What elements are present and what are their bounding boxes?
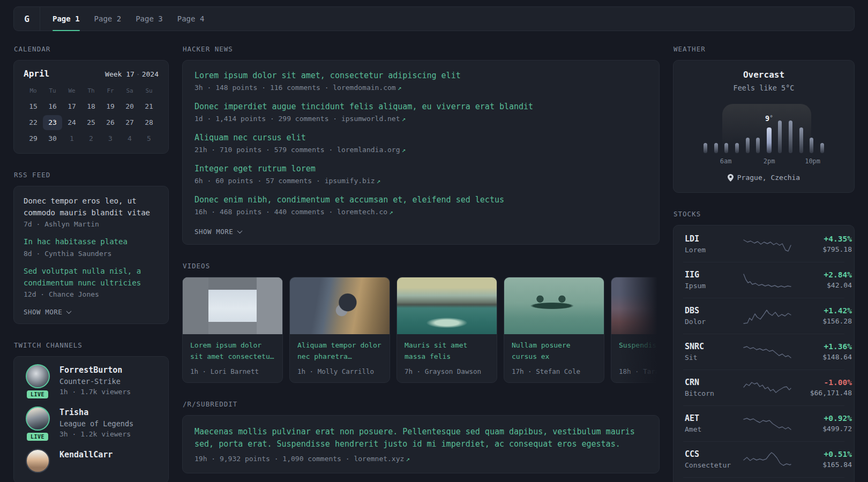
video-title-link[interactable]: Lorem ipsum dolor sit amet consectetu…	[190, 340, 275, 363]
rss-item: Donec tempor eros leo, ut commodo mauris…	[24, 195, 159, 228]
news-item-meta: 1d · 1,414 points · 299 comments · ipsum…	[194, 115, 647, 123]
news-item-domain-link[interactable]: loremdomain.com	[333, 84, 395, 92]
page-tabs: Page 1 Page 2 Page 3 Page 4	[40, 7, 204, 31]
channel-name[interactable]: ForrestBurton	[59, 364, 131, 375]
news-item-domain-link[interactable]: loremtech.co	[337, 208, 387, 216]
video-card[interactable]: Aliquam tempor dolor nec pharetra… 1h · …	[289, 277, 390, 383]
rss-show-more-button[interactable]: SHOW MORE	[24, 306, 159, 317]
news-item-link[interactable]: Donec imperdiet augue tincidunt felis al…	[194, 102, 647, 111]
twitch-avatar-wrap: LIVE	[24, 406, 51, 442]
weather-bar	[789, 120, 792, 153]
stock-row[interactable]: AET Amet +0.92% $499.72	[683, 405, 844, 441]
hacker-news-widget: HACKER NEWS Lorem ipsum dolor sit amet, …	[182, 45, 660, 245]
twitch-channel[interactable]: KendallCarr	[24, 449, 159, 473]
calendar-day: 28	[139, 115, 159, 130]
stock-price: $499.72	[792, 425, 852, 433]
rss-item-meta: 7d · Ashlyn Martin	[24, 220, 159, 228]
video-title-link[interactable]: Suspendisse diam	[619, 340, 660, 363]
news-item-link[interactable]: Donec enim nibh, condimentum et accumsan…	[194, 195, 647, 205]
stock-row[interactable]: CRN Bitcorn -1.00% $66,171.48	[683, 370, 844, 405]
rss-item-link[interactable]: Donec tempor eros leo, ut commodo mauris…	[24, 195, 159, 219]
tab-page-2[interactable]: Page 2	[94, 7, 122, 31]
news-item-domain-link[interactable]: loremlandia.org	[337, 146, 400, 154]
weather-bar	[756, 138, 760, 153]
calendar-day: 20	[120, 99, 139, 114]
rss-item-link[interactable]: Sed volutpat nulla nisl, a condimentum n…	[24, 266, 159, 289]
video-card[interactable]: Suspendisse diam 18h · Tara	[611, 277, 660, 383]
location-name: Prague, Czechia	[737, 174, 800, 182]
video-thumbnail	[397, 277, 497, 334]
calendar-day: 29	[24, 131, 43, 146]
hacker-news-card: Lorem ipsum dolor sit amet, consectetur …	[182, 60, 660, 245]
weather-section-title: WEATHER	[674, 45, 855, 53]
channel-avatar	[26, 406, 50, 431]
hacker-news-show-more-button[interactable]: SHOW MORE	[194, 226, 647, 237]
news-item-domain-link[interactable]: ipsumify.biz	[325, 177, 375, 185]
stocks-widget: STOCKS LDI Lorem +4.35% $795.18	[673, 210, 855, 482]
post-stats: 19h · 9,932 points · 1,090 comments ·	[194, 455, 354, 463]
stocks-section-title: STOCKS	[674, 210, 855, 218]
twitch-channel[interactable]: LIVE ForrestBurton Counter-Strike 1h · 1…	[24, 364, 159, 400]
video-title-link[interactable]: Mauris sit amet massa felis	[405, 340, 489, 363]
post-domain-link[interactable]: loremnet.xyz	[354, 455, 404, 463]
post-title-link[interactable]: Maecenas mollis pulvinar erat non posuer…	[194, 426, 647, 451]
stock-sparkline	[743, 415, 792, 433]
video-card[interactable]: Nullam posuere cursus ex 17h · Stefan Co…	[504, 277, 604, 383]
video-thumbnail	[183, 277, 282, 334]
tab-page-3[interactable]: Page 3	[136, 7, 163, 31]
top-nav: G Page 1 Page 2 Page 3 Page 4	[13, 6, 855, 31]
tab-page-4[interactable]: Page 4	[177, 7, 205, 31]
news-item-domain-link[interactable]: ipsumworld.net	[341, 115, 400, 123]
rss-item-meta: 8d · Cynthia Saunders	[24, 250, 159, 258]
time-label: 2pm	[764, 157, 775, 165]
news-item: Donec imperdiet augue tincidunt felis al…	[194, 102, 647, 123]
news-item-link[interactable]: Aliquam nec cursus elit	[194, 133, 647, 142]
chevron-down-icon	[66, 309, 72, 314]
stock-row[interactable]: AHS +0.46%	[683, 477, 844, 482]
calendar-card: April Week 17·2024 Mo Tu We Th Fr Sa Su …	[13, 60, 169, 154]
channel-name[interactable]: KendallCarr	[59, 449, 113, 460]
channel-game: Counter-Strike	[59, 377, 131, 386]
video-meta: 1h · Lori Barnett	[190, 367, 275, 375]
stock-price: $795.18	[792, 245, 852, 253]
tab-page-1[interactable]: Page 1	[53, 7, 80, 31]
stock-row[interactable]: CCS Consectetur +0.51% $165.84	[683, 441, 844, 477]
stock-change: +2.84%	[792, 270, 852, 279]
channel-avatar	[26, 364, 50, 388]
news-item-link[interactable]: Integer eget rutrum lorem	[194, 164, 647, 174]
weather-bar	[714, 143, 718, 153]
calendar-month: April	[24, 69, 49, 79]
chevron-down-icon	[237, 228, 243, 234]
twitch-channel[interactable]: LIVE Trisha League of Legends 3h · 1.2k …	[24, 406, 159, 442]
stock-ticker: DBS	[685, 306, 743, 315]
stock-row[interactable]: LDI Lorem +4.35% $795.18	[683, 227, 844, 262]
channel-name[interactable]: Trisha	[59, 406, 133, 417]
stock-row[interactable]: DBS Dolor +1.42% $156.28	[683, 298, 844, 334]
rss-item-link[interactable]: In hac habitasse platea	[24, 236, 159, 248]
news-item-link[interactable]: Lorem ipsum dolor sit amet, consectetur …	[194, 71, 647, 80]
app-logo[interactable]: G	[14, 7, 40, 31]
twitch-section-title: TWITCH CHANNELS	[14, 341, 169, 349]
stock-row[interactable]: IIG Ipsum +2.84% $42.04	[683, 262, 844, 298]
middle-column: HACKER NEWS Lorem ipsum dolor sit amet, …	[182, 45, 660, 482]
stock-change: +1.36%	[792, 342, 852, 351]
calendar-day-next-month: 2	[81, 131, 101, 146]
weekday-label: Th	[81, 85, 101, 99]
news-item-stats: 16h · 468 points · 440 comments ·	[194, 208, 337, 216]
rss-section-title: RSS FEED	[14, 171, 169, 179]
subreddit-widget: /R/SUBREDDIT Maecenas mollis pulvinar er…	[182, 400, 660, 473]
videos-section-title: VIDEOS	[183, 262, 660, 270]
weekday-label: Mo	[24, 85, 43, 99]
video-card[interactable]: Lorem ipsum dolor sit amet consectetu… 1…	[182, 277, 283, 383]
weather-time-labels: 6am 2pm 10pm	[704, 157, 824, 165]
stock-price: $156.28	[792, 317, 852, 325]
calendar-day-next-month: 5	[139, 131, 159, 146]
video-title-link[interactable]: Nullam posuere cursus ex	[512, 340, 596, 363]
video-card[interactable]: Mauris sit amet massa felis 7h · Grayson…	[396, 277, 497, 383]
twitch-card: LIVE ForrestBurton Counter-Strike 1h · 1…	[13, 356, 169, 482]
stock-row[interactable]: SNRC Sit +1.36% $148.64	[683, 334, 844, 370]
stock-price: $66,171.48	[792, 389, 852, 397]
video-title-link[interactable]: Aliquam tempor dolor nec pharetra…	[297, 340, 382, 363]
rss-card: Donec tempor eros leo, ut commodo mauris…	[13, 186, 169, 324]
news-item-meta: 3h · 148 points · 116 comments · loremdo…	[194, 84, 647, 92]
